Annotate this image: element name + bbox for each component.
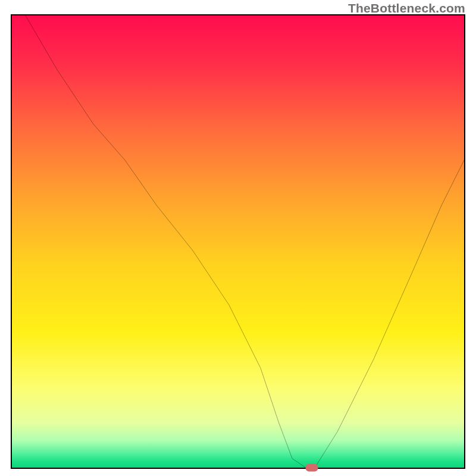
- watermark-text: TheBottleneck.com: [348, 1, 465, 15]
- plot-area: [11, 14, 465, 469]
- curve-layer: [12, 15, 464, 468]
- optimal-marker: [306, 464, 318, 472]
- chart-frame: TheBottleneck.com: [0, 0, 476, 476]
- bottleneck-curve-path: [26, 15, 464, 468]
